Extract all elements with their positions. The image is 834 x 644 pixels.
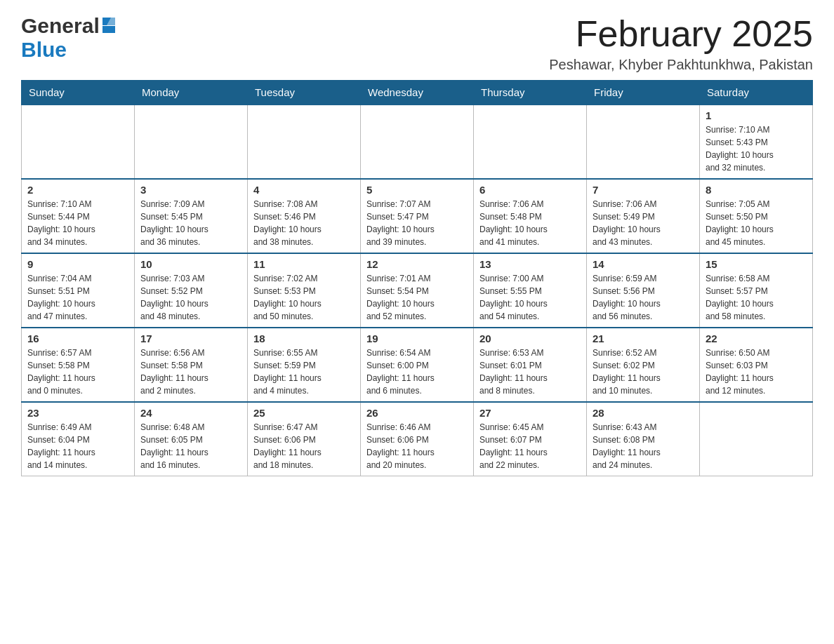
calendar-cell bbox=[248, 105, 361, 179]
month-title: February 2025 bbox=[549, 14, 813, 54]
day-number: 22 bbox=[706, 333, 807, 344]
day-info: Sunrise: 6:52 AM Sunset: 6:02 PM Dayligh… bbox=[593, 347, 694, 397]
day-info: Sunrise: 7:04 AM Sunset: 5:51 PM Dayligh… bbox=[27, 272, 128, 323]
day-info: Sunrise: 7:07 AM Sunset: 5:47 PM Dayligh… bbox=[366, 198, 468, 248]
day-number: 21 bbox=[593, 333, 694, 344]
svg-marker-1 bbox=[102, 26, 115, 33]
logo: General Blue bbox=[21, 14, 117, 62]
calendar-cell: 28Sunrise: 6:43 AM Sunset: 6:08 PM Dayli… bbox=[587, 402, 700, 476]
calendar-cell: 20Sunrise: 6:53 AM Sunset: 6:01 PM Dayli… bbox=[474, 328, 587, 402]
day-info: Sunrise: 6:50 AM Sunset: 6:03 PM Dayligh… bbox=[706, 347, 807, 397]
calendar-cell: 2Sunrise: 7:10 AM Sunset: 5:44 PM Daylig… bbox=[22, 179, 135, 253]
weekday-header-row: SundayMondayTuesdayWednesdayThursdayFrid… bbox=[22, 81, 813, 105]
day-number: 20 bbox=[479, 333, 581, 344]
calendar-week-2: 2Sunrise: 7:10 AM Sunset: 5:44 PM Daylig… bbox=[22, 179, 813, 253]
calendar-cell: 6Sunrise: 7:06 AM Sunset: 5:48 PM Daylig… bbox=[474, 179, 587, 253]
day-number: 8 bbox=[706, 184, 807, 196]
day-number: 6 bbox=[479, 184, 581, 196]
day-info: Sunrise: 7:10 AM Sunset: 5:43 PM Dayligh… bbox=[706, 123, 807, 174]
calendar-cell: 21Sunrise: 6:52 AM Sunset: 6:02 PM Dayli… bbox=[587, 328, 700, 402]
day-info: Sunrise: 6:53 AM Sunset: 6:01 PM Dayligh… bbox=[479, 347, 581, 397]
day-number: 17 bbox=[140, 333, 241, 344]
calendar-cell: 22Sunrise: 6:50 AM Sunset: 6:03 PM Dayli… bbox=[700, 328, 813, 402]
calendar-cell: 8Sunrise: 7:05 AM Sunset: 5:50 PM Daylig… bbox=[700, 179, 813, 253]
weekday-header-thursday: Thursday bbox=[474, 81, 587, 105]
calendar-cell: 5Sunrise: 7:07 AM Sunset: 5:47 PM Daylig… bbox=[361, 179, 474, 253]
day-number: 14 bbox=[593, 258, 694, 270]
day-number: 3 bbox=[140, 184, 241, 196]
calendar-cell bbox=[135, 105, 248, 179]
day-info: Sunrise: 7:06 AM Sunset: 5:49 PM Dayligh… bbox=[593, 198, 694, 248]
day-info: Sunrise: 6:46 AM Sunset: 6:06 PM Dayligh… bbox=[366, 421, 468, 471]
day-info: Sunrise: 6:56 AM Sunset: 5:58 PM Dayligh… bbox=[140, 347, 241, 397]
day-number: 18 bbox=[253, 333, 355, 344]
day-info: Sunrise: 6:55 AM Sunset: 5:59 PM Dayligh… bbox=[253, 347, 355, 397]
weekday-header-saturday: Saturday bbox=[700, 81, 813, 105]
day-info: Sunrise: 6:49 AM Sunset: 6:04 PM Dayligh… bbox=[27, 421, 128, 471]
calendar-cell: 19Sunrise: 6:54 AM Sunset: 6:00 PM Dayli… bbox=[361, 328, 474, 402]
calendar-cell: 18Sunrise: 6:55 AM Sunset: 5:59 PM Dayli… bbox=[248, 328, 361, 402]
weekday-header-friday: Friday bbox=[587, 81, 700, 105]
day-info: Sunrise: 7:06 AM Sunset: 5:48 PM Dayligh… bbox=[479, 198, 581, 248]
day-info: Sunrise: 6:48 AM Sunset: 6:05 PM Dayligh… bbox=[140, 421, 241, 471]
day-info: Sunrise: 6:45 AM Sunset: 6:07 PM Dayligh… bbox=[479, 421, 581, 471]
day-number: 11 bbox=[253, 258, 355, 270]
calendar-week-3: 9Sunrise: 7:04 AM Sunset: 5:51 PM Daylig… bbox=[22, 253, 813, 328]
day-number: 4 bbox=[253, 184, 355, 196]
day-number: 19 bbox=[366, 333, 468, 344]
day-info: Sunrise: 7:05 AM Sunset: 5:50 PM Dayligh… bbox=[706, 198, 807, 248]
day-number: 7 bbox=[593, 184, 694, 196]
calendar-cell: 7Sunrise: 7:06 AM Sunset: 5:49 PM Daylig… bbox=[587, 179, 700, 253]
calendar-cell: 4Sunrise: 7:08 AM Sunset: 5:46 PM Daylig… bbox=[248, 179, 361, 253]
calendar-cell: 16Sunrise: 6:57 AM Sunset: 5:58 PM Dayli… bbox=[22, 328, 135, 402]
calendar-cell: 10Sunrise: 7:03 AM Sunset: 5:52 PM Dayli… bbox=[135, 253, 248, 328]
day-info: Sunrise: 6:57 AM Sunset: 5:58 PM Dayligh… bbox=[27, 347, 128, 397]
day-number: 5 bbox=[366, 184, 468, 196]
calendar-week-4: 16Sunrise: 6:57 AM Sunset: 5:58 PM Dayli… bbox=[22, 328, 813, 402]
day-number: 26 bbox=[366, 407, 468, 419]
day-number: 13 bbox=[479, 258, 581, 270]
calendar-cell: 17Sunrise: 6:56 AM Sunset: 5:58 PM Dayli… bbox=[135, 328, 248, 402]
calendar-cell: 26Sunrise: 6:46 AM Sunset: 6:06 PM Dayli… bbox=[361, 402, 474, 476]
weekday-header-monday: Monday bbox=[135, 81, 248, 105]
calendar-cell: 14Sunrise: 6:59 AM Sunset: 5:56 PM Dayli… bbox=[587, 253, 700, 328]
logo-blue-text: Blue bbox=[21, 38, 67, 62]
day-number: 25 bbox=[253, 407, 355, 419]
calendar-week-5: 23Sunrise: 6:49 AM Sunset: 6:04 PM Dayli… bbox=[22, 402, 813, 476]
day-info: Sunrise: 7:08 AM Sunset: 5:46 PM Dayligh… bbox=[253, 198, 355, 248]
day-info: Sunrise: 7:10 AM Sunset: 5:44 PM Dayligh… bbox=[27, 198, 128, 248]
weekday-header-sunday: Sunday bbox=[22, 81, 135, 105]
day-info: Sunrise: 6:47 AM Sunset: 6:06 PM Dayligh… bbox=[253, 421, 355, 471]
day-info: Sunrise: 6:43 AM Sunset: 6:08 PM Dayligh… bbox=[593, 421, 694, 471]
calendar-cell: 11Sunrise: 7:02 AM Sunset: 5:53 PM Dayli… bbox=[248, 253, 361, 328]
day-info: Sunrise: 7:00 AM Sunset: 5:55 PM Dayligh… bbox=[479, 272, 581, 323]
page-header: General Blue February 2025 Peshawar, Khy… bbox=[21, 14, 813, 73]
day-info: Sunrise: 7:09 AM Sunset: 5:45 PM Dayligh… bbox=[140, 198, 241, 248]
calendar-cell bbox=[474, 105, 587, 179]
day-info: Sunrise: 6:59 AM Sunset: 5:56 PM Dayligh… bbox=[593, 272, 694, 323]
calendar-cell: 23Sunrise: 6:49 AM Sunset: 6:04 PM Dayli… bbox=[22, 402, 135, 476]
calendar-week-1: 1Sunrise: 7:10 AM Sunset: 5:43 PM Daylig… bbox=[22, 105, 813, 179]
calendar-cell: 3Sunrise: 7:09 AM Sunset: 5:45 PM Daylig… bbox=[135, 179, 248, 253]
day-info: Sunrise: 7:01 AM Sunset: 5:54 PM Dayligh… bbox=[366, 272, 468, 323]
day-info: Sunrise: 6:58 AM Sunset: 5:57 PM Dayligh… bbox=[706, 272, 807, 323]
day-number: 23 bbox=[27, 407, 128, 419]
calendar-cell: 12Sunrise: 7:01 AM Sunset: 5:54 PM Dayli… bbox=[361, 253, 474, 328]
day-number: 15 bbox=[706, 258, 807, 270]
calendar-table: SundayMondayTuesdayWednesdayThursdayFrid… bbox=[21, 80, 813, 476]
calendar-cell: 13Sunrise: 7:00 AM Sunset: 5:55 PM Dayli… bbox=[474, 253, 587, 328]
day-number: 24 bbox=[140, 407, 241, 419]
day-info: Sunrise: 6:54 AM Sunset: 6:00 PM Dayligh… bbox=[366, 347, 468, 397]
day-number: 16 bbox=[27, 333, 128, 344]
calendar-cell: 9Sunrise: 7:04 AM Sunset: 5:51 PM Daylig… bbox=[22, 253, 135, 328]
calendar-cell: 24Sunrise: 6:48 AM Sunset: 6:05 PM Dayli… bbox=[135, 402, 248, 476]
calendar-cell bbox=[700, 402, 813, 476]
calendar-cell: 1Sunrise: 7:10 AM Sunset: 5:43 PM Daylig… bbox=[700, 105, 813, 179]
day-number: 12 bbox=[366, 258, 468, 270]
title-block: February 2025 Peshawar, Khyber Pakhtunkh… bbox=[549, 14, 813, 73]
calendar-cell bbox=[587, 105, 700, 179]
calendar-cell bbox=[22, 105, 135, 179]
logo-general-text: General bbox=[21, 14, 100, 38]
calendar-cell: 25Sunrise: 6:47 AM Sunset: 6:06 PM Dayli… bbox=[248, 402, 361, 476]
day-number: 10 bbox=[140, 258, 241, 270]
